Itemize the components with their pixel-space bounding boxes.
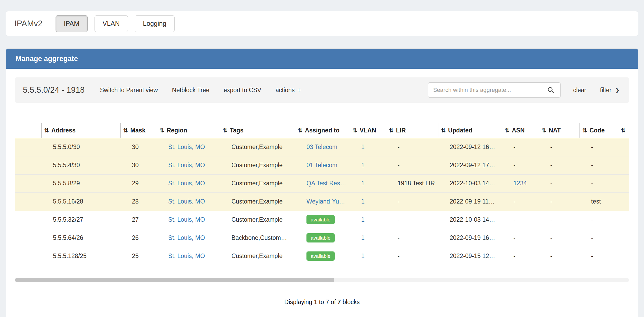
cell-nat: - (539, 174, 579, 192)
col-assigned-to[interactable]: ⇅Assigned to (295, 123, 350, 138)
search-input[interactable] (428, 82, 541, 98)
vlan-link[interactable]: 1 (361, 180, 365, 187)
cell-address: 5.5.5.128/25 (41, 247, 120, 265)
export-csv-link[interactable]: export to CSV (224, 87, 261, 94)
vlan-link[interactable]: 1 (361, 198, 365, 205)
assigned-link[interactable]: 01 Telecom (306, 162, 337, 169)
region-link[interactable]: St. Louis, MO (168, 198, 205, 205)
tab-ipam[interactable]: IPAM (56, 15, 87, 32)
cell-tags: Customer,Example (220, 211, 295, 229)
cell-region: St. Louis, MO (157, 211, 220, 229)
cell-lir: - (386, 156, 438, 174)
top-navbar: IPAMv2 IPAM VLAN Logging (6, 11, 638, 36)
col-updated-label: Updated (448, 127, 472, 134)
cell-updated: 2022-09-15 12… (438, 247, 502, 265)
cell-nat: - (539, 192, 579, 211)
region-link[interactable]: St. Louis, MO (168, 162, 205, 169)
tab-logging[interactable]: Logging (135, 15, 175, 32)
scrollbar-thumb[interactable] (15, 278, 334, 282)
pagination-status: Displaying 1 to 7 of 7 blocks (15, 299, 629, 306)
region-link[interactable]: St. Louis, MO (168, 234, 205, 241)
switch-parent-view-link[interactable]: Switch to Parent view (100, 87, 158, 94)
assigned-link[interactable]: QA Test Res… (306, 180, 346, 187)
panel-body: 5.5.5.0/24 - 1918 Switch to Parent view … (6, 69, 638, 306)
cell-assigned: QA Test Res… (295, 174, 350, 192)
cell-mask: 29 (120, 174, 157, 192)
filter-link[interactable]: filter❯ (600, 87, 620, 94)
cell-address: 5.5.5.0/30 (41, 138, 120, 156)
app-brand: IPAMv2 (14, 19, 42, 28)
col-code[interactable]: ⇅Code (579, 123, 618, 138)
pagination-prefix: Displaying 1 to 7 of (284, 299, 336, 305)
cell-tags: Customer,Example (220, 247, 295, 265)
search-icon (547, 86, 554, 94)
sort-icon: ⇅ (44, 127, 49, 134)
vlan-link[interactable]: 1 (361, 162, 365, 169)
table-row: 5.5.5.4/30 30 St. Louis, MO Customer,Exa… (15, 156, 629, 174)
col-nat[interactable]: ⇅NAT (539, 123, 579, 138)
cell-lir: - (386, 247, 438, 265)
cell-mask: 30 (120, 156, 157, 174)
cell-region: St. Louis, MO (157, 174, 220, 192)
region-link[interactable]: St. Louis, MO (168, 180, 205, 187)
cell-code: - (579, 247, 618, 265)
asn-link[interactable]: 1234 (513, 180, 527, 187)
cell-assigned: available (295, 229, 350, 247)
col-address[interactable]: ⇅Address (41, 123, 120, 138)
cell-nat: - (539, 156, 579, 174)
aggregate-toolbar: 5.5.5.0/24 - 1918 Switch to Parent view … (15, 77, 629, 103)
cell-vlan: 1 (350, 138, 386, 156)
sort-icon: ⇅ (505, 127, 509, 134)
search-button[interactable] (541, 82, 561, 98)
cell-nat: - (539, 247, 579, 265)
assigned-link[interactable]: 03 Telecom (306, 143, 337, 150)
region-link[interactable]: St. Louis, MO (168, 252, 205, 259)
table-row: 5.5.5.128/25 25 St. Louis, MO Customer,E… (15, 247, 629, 265)
cell-region: St. Louis, MO (157, 229, 220, 247)
available-badge: available (306, 251, 335, 261)
pagination-total: 7 (338, 299, 341, 305)
cell-lir: - (386, 229, 438, 247)
clear-search-link[interactable]: clear (573, 87, 586, 94)
tab-vlan[interactable]: VLAN (95, 15, 128, 32)
cell-region: St. Louis, MO (157, 192, 220, 211)
cell-updated: 2022-10-03 14… (438, 211, 502, 229)
assigned-link[interactable]: Weyland-Yu… (306, 198, 345, 205)
region-link[interactable]: St. Louis, MO (168, 216, 205, 223)
actions-menu-link[interactable]: actions+ (275, 87, 301, 94)
table-row: 5.5.5.0/30 30 St. Louis, MO Customer,Exa… (15, 138, 629, 156)
col-region-label: Region (167, 127, 187, 134)
cell-assigned: available (295, 247, 350, 265)
vlan-link[interactable]: 1 (361, 234, 365, 241)
col-asn[interactable]: ⇅ASN (502, 123, 539, 138)
col-overflow[interactable]: ⇅ (618, 123, 629, 138)
vlan-link[interactable]: 1 (361, 216, 365, 223)
col-vlan[interactable]: ⇅VLAN (350, 123, 386, 138)
pagination-suffix: blocks (343, 299, 360, 305)
col-lir[interactable]: ⇅LIR (386, 123, 438, 138)
col-updated[interactable]: ⇅Updated (438, 123, 502, 138)
table-row: 5.5.5.16/28 28 St. Louis, MO Customer,Ex… (15, 192, 629, 211)
cell-asn: 1234 (502, 174, 539, 192)
available-badge: available (306, 233, 335, 242)
cell-tags: Customer,Example (220, 138, 295, 156)
netblock-tree-link[interactable]: Netblock Tree (172, 87, 209, 94)
cell-nat: - (539, 229, 579, 247)
cell-lir: - (386, 138, 438, 156)
vlan-link[interactable]: 1 (361, 143, 365, 150)
cell-nat: - (539, 211, 579, 229)
cell-code: test (579, 192, 618, 211)
region-link[interactable]: St. Louis, MO (168, 143, 205, 150)
col-mask[interactable]: ⇅Mask (120, 123, 157, 138)
cell-assigned: Weyland-Yu… (295, 192, 350, 211)
cell-code: - (579, 156, 618, 174)
horizontal-scrollbar[interactable] (15, 278, 629, 282)
filter-label: filter (600, 87, 611, 94)
blocks-table-wrap: ⇅Address ⇅Mask ⇅Region ⇅Tags ⇅Assigned t… (15, 123, 629, 265)
vlan-link[interactable]: 1 (361, 252, 365, 259)
cell-address: 5.5.5.16/28 (41, 192, 120, 211)
col-tags[interactable]: ⇅Tags (220, 123, 295, 138)
col-region[interactable]: ⇅Region (157, 123, 220, 138)
cell-asn: - (502, 229, 539, 247)
cell-vlan: 1 (350, 174, 386, 192)
